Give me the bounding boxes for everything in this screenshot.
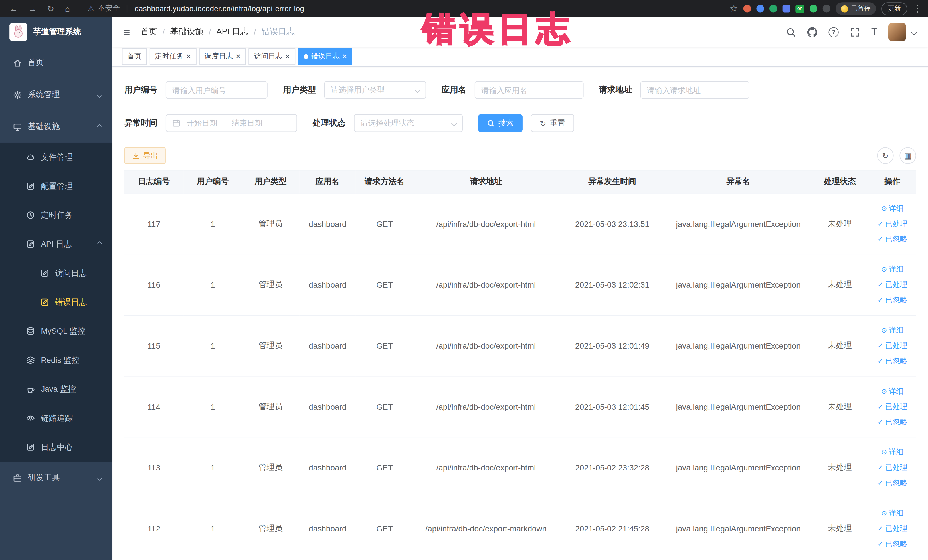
caret-down-icon[interactable] [911, 29, 917, 35]
user-avatar[interactable] [888, 23, 906, 41]
sidebar-item-label: Java 监控 [41, 384, 76, 394]
ignored-link[interactable]: ✓已忽略 [871, 292, 914, 308]
sidebar-item-dev-tools[interactable]: 研发工具 [0, 462, 112, 493]
reset-button[interactable]: ↻ 重置 [531, 114, 574, 132]
close-icon[interactable]: × [285, 53, 290, 61]
column-header: 用户编号 [184, 170, 242, 193]
chevron-up-icon [97, 124, 103, 130]
sidebar-item-error-logs[interactable]: 错误日志 [0, 288, 112, 317]
detail-link[interactable]: ⊙详细 [871, 383, 914, 399]
user-id-input[interactable] [166, 81, 267, 99]
ignored-link[interactable]: ✓已忽略 [871, 231, 914, 247]
breadcrumb-separator: / [209, 27, 211, 37]
exception-time-label: 异常时间 [124, 118, 157, 128]
tab-home[interactable]: 首页 [122, 48, 147, 65]
search-icon[interactable] [786, 27, 796, 37]
request-url-input[interactable] [640, 81, 749, 99]
update-button[interactable]: 更新 [881, 2, 907, 15]
back-icon[interactable]: ← [9, 4, 18, 13]
detail-link[interactable]: ⊙详细 [871, 201, 914, 216]
column-settings-button[interactable]: ▦ [899, 148, 916, 164]
help-icon[interactable]: ? [829, 27, 839, 37]
tab-access-logs[interactable]: 访问日志 × [249, 48, 295, 65]
extension-icon[interactable] [783, 5, 790, 12]
ignored-link[interactable]: ✓已忽略 [871, 475, 914, 491]
export-button[interactable]: 导出 [124, 148, 166, 164]
sidebar-item-system-management[interactable]: 系统管理 [0, 79, 112, 111]
processed-link[interactable]: ✓已处理 [871, 338, 914, 354]
sidebar-item-link-tracing[interactable]: 链路追踪 [0, 404, 112, 433]
breadcrumb-item[interactable]: API 日志 [216, 26, 249, 37]
check-icon: ✓ [878, 296, 884, 304]
font-size-icon[interactable]: T [871, 26, 877, 37]
process-status-select[interactable]: 请选择处理状态 [354, 114, 463, 132]
tab-dispatch-logs[interactable]: 调度日志 × [199, 48, 246, 65]
browser-home-icon[interactable]: ⌂ [65, 4, 70, 13]
security-label: 不安全 [98, 3, 120, 14]
sidebar-item-config-management[interactable]: 配置管理 [0, 172, 112, 201]
extension-icon[interactable] [823, 5, 830, 12]
detail-link[interactable]: ⊙详细 [871, 262, 914, 277]
app-name-input[interactable] [475, 81, 584, 99]
sidebar-item-infrastructure[interactable]: 基础设施 [0, 111, 112, 143]
sidebar-item-access-logs[interactable]: 访问日志 [0, 259, 112, 288]
tab-error-logs[interactable]: 错误日志 × [298, 48, 352, 65]
cell-log-id: 116 [124, 254, 184, 315]
breadcrumb-item[interactable]: 首页 [140, 26, 157, 37]
close-icon[interactable]: × [343, 53, 347, 61]
processed-label: 已处理 [885, 460, 907, 475]
processed-link[interactable]: ✓已处理 [871, 521, 914, 536]
fullscreen-icon[interactable] [850, 27, 860, 37]
processed-link[interactable]: ✓已处理 [871, 216, 914, 231]
detail-link[interactable]: ⊙详细 [871, 444, 914, 460]
processed-link[interactable]: ✓已处理 [871, 399, 914, 414]
extension-icon[interactable] [743, 5, 751, 12]
search-button[interactable]: 搜索 [478, 114, 523, 132]
extension-icon[interactable] [810, 5, 817, 12]
sidebar-item-file-management[interactable]: 文件管理 [0, 143, 112, 172]
hamburger-icon[interactable]: ≡ [112, 25, 140, 39]
request-url-label: 请求地址 [599, 85, 632, 95]
breadcrumb-item[interactable]: 基础设施 [170, 26, 203, 37]
detail-link[interactable]: ⊙详细 [871, 505, 914, 521]
extension-on-badge[interactable]: on [795, 5, 804, 13]
sidebar-item-scheduled-tasks[interactable]: 定时任务 [0, 201, 112, 230]
close-icon[interactable]: × [186, 53, 191, 61]
address-bar[interactable]: ⚠ 不安全 dashboard.yudao.iocoder.cn/infra/l… [88, 3, 304, 14]
ignored-link[interactable]: ✓已忽略 [871, 354, 914, 369]
column-header: 异常名 [665, 170, 811, 193]
extension-icon[interactable] [769, 5, 777, 12]
reload-icon[interactable]: ↻ [47, 4, 54, 13]
paused-badge[interactable]: 已暂停 [836, 2, 876, 15]
navbar-actions: ? T [786, 23, 928, 41]
forward-icon[interactable]: → [29, 4, 37, 13]
column-header: 操作 [868, 170, 916, 193]
detail-link[interactable]: ⊙详细 [871, 323, 914, 338]
sidebar-item-api-logs[interactable]: API 日志 [0, 230, 112, 259]
extension-icon[interactable] [757, 5, 764, 12]
cell-exception: java.lang.IllegalArgumentException [665, 254, 811, 315]
close-icon[interactable]: × [236, 53, 241, 61]
tab-scheduled-tasks[interactable]: 定时任务 × [150, 48, 196, 65]
menu-kebab-icon[interactable]: ⋮ [913, 3, 922, 14]
sidebar-item-java-monitor[interactable]: Java 监控 [0, 375, 112, 404]
github-icon[interactable] [807, 27, 817, 37]
ignored-link[interactable]: ✓已忽略 [871, 536, 914, 552]
cell-status: 未处理 [811, 315, 868, 376]
bookmark-star-icon[interactable]: ☆ [730, 3, 738, 14]
ignored-link[interactable]: ✓已忽略 [871, 414, 914, 430]
processed-link[interactable]: ✓已处理 [871, 460, 914, 475]
refresh-table-button[interactable]: ↻ [877, 148, 894, 164]
processed-link[interactable]: ✓已处理 [871, 277, 914, 292]
cell-app-name: dashboard [299, 315, 356, 376]
exception-time-range-picker[interactable]: 开始日期 - 结束日期 [166, 114, 297, 132]
cell-exception: java.lang.IllegalArgumentException [665, 193, 811, 254]
sidebar-item-redis-monitor[interactable]: Redis 监控 [0, 346, 112, 375]
ignored-label: 已忽略 [885, 414, 907, 430]
sidebar-item-home[interactable]: 首页 [0, 47, 112, 79]
user-type-select[interactable]: 请选择用户类型 [324, 81, 426, 99]
cell-log-id: 113 [124, 437, 184, 498]
sidebar-item-log-center[interactable]: 日志中心 [0, 433, 112, 462]
app-logo[interactable]: 芋道管理系统 [0, 17, 112, 47]
sidebar-item-mysql-monitor[interactable]: MySQL 监控 [0, 317, 112, 346]
